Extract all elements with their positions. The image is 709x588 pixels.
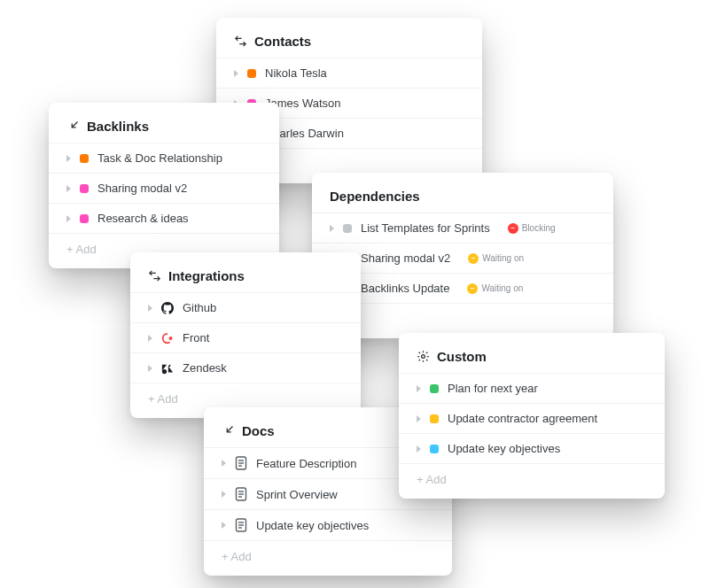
list-item[interactable]: List Templates for Sprints − Blocking [312, 213, 613, 243]
caret-icon [417, 445, 421, 453]
badge-label: Blocking [522, 223, 556, 233]
item-label: Update key objectives [256, 519, 369, 532]
item-label: Task & Doc Relationship [97, 151, 222, 165]
status-square [80, 214, 89, 223]
front-icon [161, 332, 174, 344]
caret-icon [222, 460, 226, 467]
caret-icon [417, 415, 421, 422]
list-item[interactable]: Research & ideas [49, 203, 279, 233]
card-title: Contacts [254, 34, 311, 49]
badge-label: Waiting on [482, 253, 524, 263]
document-icon [235, 487, 247, 501]
status-square [80, 184, 89, 193]
item-label: Sharing modal v2 [97, 182, 187, 195]
card-title: Docs [242, 423, 275, 438]
caret-icon [66, 185, 71, 192]
card-header: Contacts [216, 34, 482, 58]
list-item[interactable]: Nikola Tesla [216, 58, 482, 88]
arrow-in-icon [66, 120, 80, 133]
zendesk-icon [161, 362, 174, 375]
list-item[interactable]: Front [130, 322, 361, 352]
item-label: Research & ideas [97, 212, 189, 225]
item-label: Feature Description [256, 457, 356, 470]
list-item[interactable]: Update contractor agreement [399, 403, 665, 433]
item-label: List Templates for Sprints [361, 221, 490, 235]
document-icon [235, 456, 247, 470]
document-icon [235, 518, 247, 532]
add-button[interactable]: + Add [204, 540, 452, 569]
status-square [430, 445, 439, 453]
caret-icon [148, 365, 152, 372]
arrow-in-icon [222, 424, 235, 437]
item-label: Backlinks Update [361, 282, 449, 295]
card-custom: Custom Plan for next year Update contrac… [399, 333, 665, 499]
card-title: Backlinks [87, 119, 149, 134]
caret-icon [66, 155, 71, 162]
svg-point-0 [169, 337, 173, 340]
card-title: Integrations [168, 268, 245, 283]
status-square [247, 69, 256, 78]
card-header: Dependencies [312, 189, 613, 213]
relations-icon [148, 269, 161, 282]
card-backlinks: Backlinks Task & Doc Relationship Sharin… [49, 103, 279, 268]
status-square [343, 224, 352, 233]
item-label: Front [183, 331, 209, 344]
item-label: Plan for next year [448, 382, 538, 395]
dependency-badge: − Waiting on [467, 283, 523, 294]
card-header: Custom [399, 349, 665, 373]
dependency-badge: − Blocking [508, 223, 556, 234]
badge-label: Waiting on [481, 283, 523, 293]
svg-point-14 [422, 355, 425, 359]
caret-icon [222, 522, 226, 529]
item-label: Sharing modal v2 [361, 251, 450, 265]
list-item[interactable]: Github [130, 292, 361, 322]
github-icon [161, 302, 174, 314]
card-title: Dependencies [330, 189, 420, 204]
card-header: Backlinks [49, 119, 279, 143]
badge-dot-icon: − [467, 283, 478, 294]
caret-icon [148, 335, 152, 342]
caret-icon [330, 225, 334, 232]
list-item[interactable]: Plan for next year [399, 373, 665, 403]
relations-icon [234, 35, 247, 48]
item-label: Update contractor agreement [448, 412, 597, 425]
caret-icon [148, 305, 152, 312]
badge-dot-icon: − [508, 223, 518, 234]
caret-icon [222, 491, 226, 498]
gear-icon [417, 350, 430, 363]
add-button[interactable]: + Add [399, 463, 665, 491]
badge-dot-icon: − [468, 253, 479, 264]
status-square [430, 414, 439, 423]
list-item[interactable]: Update key objectives [399, 433, 665, 463]
status-square [80, 154, 89, 163]
status-square [430, 384, 439, 393]
card-header: Integrations [130, 268, 361, 292]
caret-icon [66, 215, 71, 222]
caret-icon [417, 385, 421, 392]
list-item[interactable]: Update key objectives [204, 509, 452, 540]
card-integrations: Integrations Github Front Zendesk + Add [130, 252, 361, 418]
list-item[interactable]: Sharing modal v2 [49, 173, 279, 203]
list-item[interactable]: Zendesk [130, 352, 361, 383]
card-title: Custom [437, 349, 487, 364]
item-label: Zendesk [183, 361, 227, 375]
item-label: Sprint Overview [256, 488, 338, 501]
item-label: Nikola Tesla [265, 66, 327, 80]
dependency-badge: − Waiting on [468, 253, 524, 264]
caret-icon [234, 70, 238, 77]
item-label: Github [183, 301, 216, 314]
list-item[interactable]: Task & Doc Relationship [49, 143, 279, 173]
svg-point-1 [162, 368, 167, 373]
item-label: Update key objectives [448, 442, 560, 455]
